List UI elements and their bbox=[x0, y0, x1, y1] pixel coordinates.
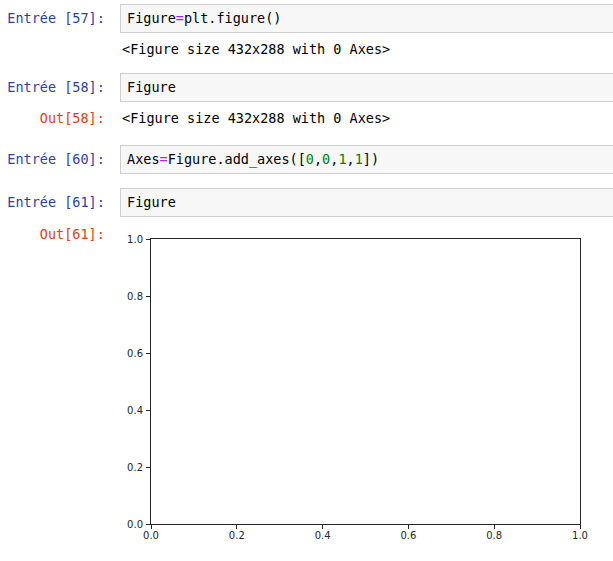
output-text: <Figure size 432x288 with 0 Axes> bbox=[122, 42, 390, 56]
code-input[interactable]: Axes=Figure.add_axes([0,0,1,1]) bbox=[120, 145, 613, 174]
y-tick bbox=[146, 467, 150, 468]
output-prompt: Out[58]: bbox=[0, 111, 113, 125]
code-token: , bbox=[314, 151, 322, 167]
operator-token: = bbox=[176, 10, 184, 26]
y-tick bbox=[146, 239, 150, 240]
code-input[interactable]: Figure bbox=[120, 188, 613, 217]
x-tick bbox=[494, 525, 495, 529]
code-token: Figure bbox=[127, 79, 176, 95]
output-row: <Figure size 432x288 with 0 Axes> bbox=[0, 42, 613, 56]
x-tick-label: 0.2 bbox=[229, 530, 245, 541]
number-token: 0 bbox=[306, 151, 314, 167]
matplotlib-figure: 0.00.20.40.60.81.00.00.20.40.60.81.0 bbox=[122, 227, 592, 549]
y-tick bbox=[146, 410, 150, 411]
y-tick bbox=[146, 524, 150, 525]
output-row: Out[58]: <Figure size 432x288 with 0 Axe… bbox=[0, 111, 613, 125]
output-prompt: Out[61]: bbox=[0, 227, 113, 241]
x-tick-label: 0.4 bbox=[315, 530, 331, 541]
output-text: <Figure size 432x288 with 0 Axes> bbox=[122, 111, 390, 125]
input-row: Entrée [61]: Figure bbox=[0, 188, 613, 217]
code-input[interactable]: Figure=plt.figure() bbox=[120, 4, 613, 33]
x-tick bbox=[408, 525, 409, 529]
code-cell-58: Entrée [58]: Figure Out[58]: <Figure siz… bbox=[0, 73, 613, 125]
code-token: Axes bbox=[127, 151, 160, 167]
y-tick-label: 1.0 bbox=[127, 234, 143, 245]
x-tick-label: 0.8 bbox=[486, 530, 502, 541]
code-input[interactable]: Figure bbox=[120, 73, 613, 102]
code-token: plt.figure() bbox=[184, 10, 282, 26]
code-token: Figure bbox=[127, 10, 176, 26]
y-tick bbox=[146, 353, 150, 354]
y-tick-label: 0.2 bbox=[127, 462, 143, 473]
output-row: Out[61]: 0.00.20.40.60.81.00.00.20.40.60… bbox=[0, 227, 613, 549]
code-token: ]) bbox=[363, 151, 379, 167]
input-prompt: Entrée [60]: bbox=[0, 145, 113, 166]
x-tick-label: 0.0 bbox=[143, 530, 159, 541]
notebook: Entrée [57]: Figure=plt.figure() <Figure… bbox=[0, 0, 613, 549]
code-token: Figure.add_axes([ bbox=[168, 151, 306, 167]
code-token: , bbox=[347, 151, 355, 167]
input-row: Entrée [60]: Axes=Figure.add_axes([0,0,1… bbox=[0, 145, 613, 174]
y-tick-label: 0.6 bbox=[127, 348, 143, 359]
input-prompt: Entrée [61]: bbox=[0, 188, 113, 209]
number-token: 1 bbox=[338, 151, 346, 167]
y-tick-label: 0.4 bbox=[127, 405, 143, 416]
x-tick bbox=[151, 525, 152, 529]
y-tick-label: 0.8 bbox=[127, 291, 143, 302]
input-prompt: Entrée [57]: bbox=[0, 4, 113, 25]
x-tick-label: 1.0 bbox=[572, 530, 588, 541]
x-tick bbox=[322, 525, 323, 529]
input-row: Entrée [58]: Figure bbox=[0, 73, 613, 102]
input-row: Entrée [57]: Figure=plt.figure() bbox=[0, 4, 613, 33]
code-cell-60: Entrée [60]: Axes=Figure.add_axes([0,0,1… bbox=[0, 145, 613, 174]
x-tick bbox=[236, 525, 237, 529]
y-tick-label: 0.0 bbox=[127, 519, 143, 530]
x-tick bbox=[580, 525, 581, 529]
y-tick bbox=[146, 296, 150, 297]
operator-token: = bbox=[160, 151, 168, 167]
x-tick-label: 0.6 bbox=[400, 530, 416, 541]
code-cell-61: Entrée [61]: Figure Out[61]: 0.00.20.40.… bbox=[0, 188, 613, 549]
axes-area: 0.00.20.40.60.81.00.00.20.40.60.81.0 bbox=[150, 238, 581, 525]
code-token: Figure bbox=[127, 194, 176, 210]
code-cell-57: Entrée [57]: Figure=plt.figure() <Figure… bbox=[0, 4, 613, 56]
number-token: 1 bbox=[355, 151, 363, 167]
input-prompt: Entrée [58]: bbox=[0, 73, 113, 94]
